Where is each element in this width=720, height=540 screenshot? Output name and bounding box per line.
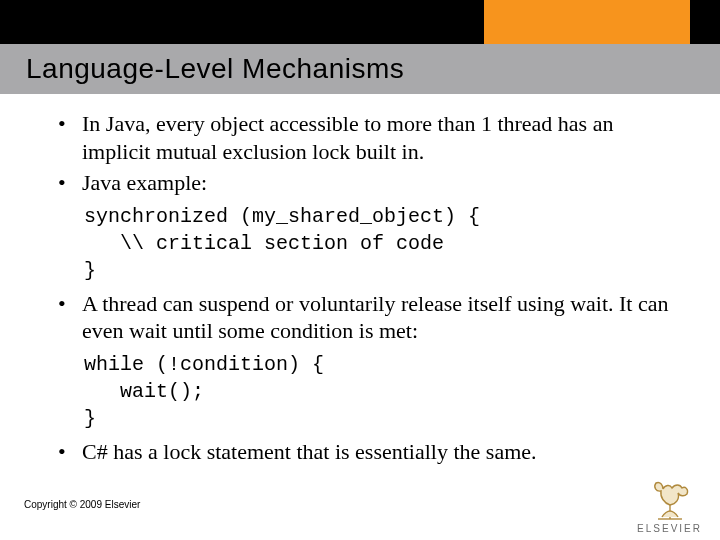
bullet-list: C# has a lock statement that is essentia… <box>50 438 670 466</box>
bullet-list: A thread can suspend or voluntarily rele… <box>50 290 670 345</box>
slide-title: Language-Level Mechanisms <box>0 53 404 85</box>
code-line: synchronized (my_shared_object) { <box>84 205 480 228</box>
publisher-logo: ELSEVIER <box>637 477 702 534</box>
header-orange-accent <box>484 0 690 44</box>
content-area: In Java, every object accessible to more… <box>50 110 670 469</box>
code-block-1: synchronized (my_shared_object) { \\ cri… <box>84 203 670 284</box>
code-line: wait(); <box>84 380 204 403</box>
bullet-item: C# has a lock statement that is essentia… <box>50 438 670 466</box>
code-line: \\ critical section of code <box>84 232 444 255</box>
bullet-item: Java example: <box>50 169 670 197</box>
title-bar: Language-Level Mechanisms <box>0 44 720 94</box>
code-line: } <box>84 407 96 430</box>
code-line: while (!condition) { <box>84 353 324 376</box>
bullet-item: A thread can suspend or voluntarily rele… <box>50 290 670 345</box>
elsevier-tree-icon <box>644 477 696 521</box>
code-block-2: while (!condition) { wait(); } <box>84 351 670 432</box>
bullet-item: In Java, every object accessible to more… <box>50 110 670 165</box>
slide: { "title": "Language-Level Mechanisms", … <box>0 0 720 540</box>
copyright-text: Copyright © 2009 Elsevier <box>24 499 140 510</box>
publisher-name: ELSEVIER <box>637 523 702 534</box>
bullet-list: In Java, every object accessible to more… <box>50 110 670 197</box>
code-line: } <box>84 259 96 282</box>
